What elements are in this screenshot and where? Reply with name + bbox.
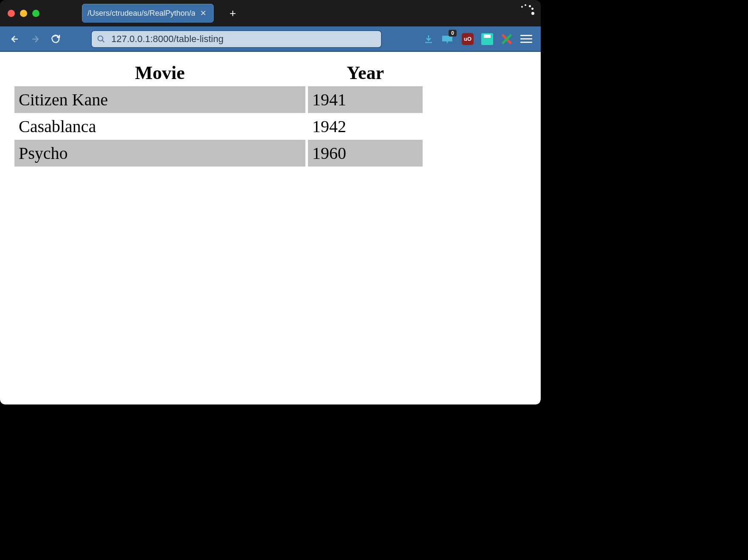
titlebar: /Users/ctrudeau/s/RealPython/articl ✕ + <box>0 0 541 26</box>
page-content: Movie Year Citizen Kane 1941 Casablanca … <box>0 52 541 404</box>
ublock-icon: uO <box>464 36 471 42</box>
cell-year: 1960 <box>308 140 423 167</box>
table-row: Citizen Kane 1941 <box>14 86 423 113</box>
cell-movie: Psycho <box>14 140 305 167</box>
hamburger-icon <box>520 35 532 36</box>
arrow-left-icon <box>10 34 20 44</box>
movies-table: Movie Year Citizen Kane 1941 Casablanca … <box>12 59 425 167</box>
downloads-button[interactable] <box>423 33 435 45</box>
cell-movie: Casablanca <box>14 113 305 140</box>
svg-point-0 <box>98 36 103 41</box>
browser-window: /Users/ctrudeau/s/RealPython/articl ✕ + <box>0 0 541 404</box>
download-icon <box>423 34 434 44</box>
cell-year: 1942 <box>308 113 423 140</box>
tab-title: /Users/ctrudeau/s/RealPython/articl <box>88 9 195 18</box>
table-row: Casablanca 1942 <box>14 113 423 140</box>
reload-icon <box>51 34 61 44</box>
browser-toolbar: 0 uO <box>0 26 541 52</box>
reload-button[interactable] <box>49 33 62 45</box>
close-tab-icon[interactable]: ✕ <box>198 8 208 19</box>
column-header-year: Year <box>308 59 423 86</box>
window-controls <box>8 10 40 17</box>
cell-movie: Citizen Kane <box>14 86 305 113</box>
loading-indicator-icon <box>519 4 534 19</box>
table-header-row: Movie Year <box>14 59 423 86</box>
forward-button[interactable] <box>29 33 42 45</box>
back-button[interactable] <box>8 33 21 45</box>
address-bar[interactable] <box>91 30 382 48</box>
new-tab-button[interactable]: + <box>226 7 239 20</box>
url-input[interactable] <box>111 34 376 45</box>
cell-year: 1941 <box>308 86 423 113</box>
tools-extension-button[interactable] <box>501 33 513 45</box>
search-icon <box>97 35 105 43</box>
column-header-movie: Movie <box>14 59 305 86</box>
minimize-window-button[interactable] <box>20 10 27 17</box>
save-extension-button[interactable] <box>481 33 493 45</box>
notification-badge: 0 <box>449 30 457 37</box>
close-window-button[interactable] <box>8 10 15 17</box>
browser-tab[interactable]: /Users/ctrudeau/s/RealPython/articl ✕ <box>82 4 214 23</box>
arrow-right-icon <box>30 34 40 44</box>
menu-button[interactable] <box>520 33 532 45</box>
ublock-extension-button[interactable]: uO <box>462 33 474 45</box>
maximize-window-button[interactable] <box>32 10 40 17</box>
notifications-button[interactable]: 0 <box>442 33 454 45</box>
table-row: Psycho 1960 <box>14 140 423 167</box>
